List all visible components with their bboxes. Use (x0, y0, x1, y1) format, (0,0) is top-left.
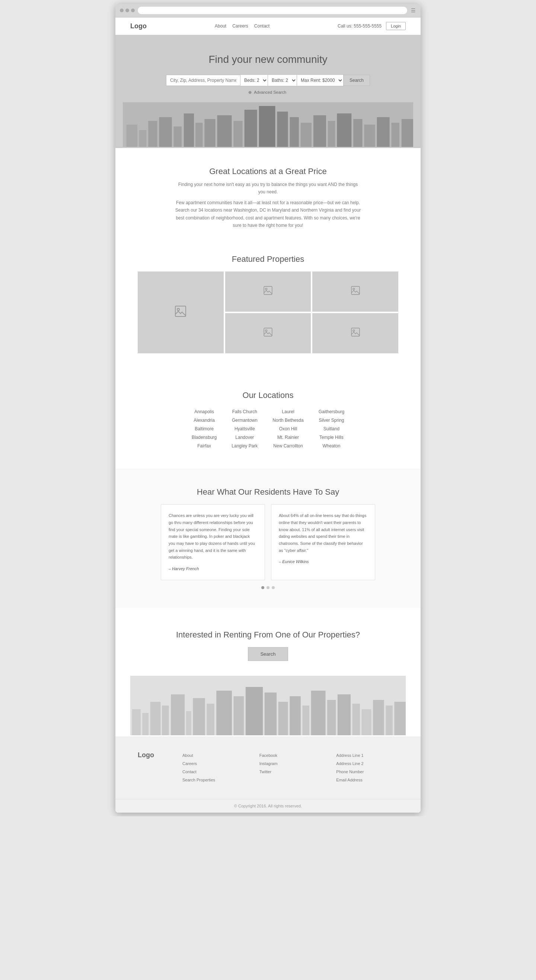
list-item[interactable]: Laurel (273, 407, 303, 416)
advanced-search-label: Advanced Search (254, 90, 286, 94)
list-item[interactable]: Fairfax (192, 442, 217, 450)
address-bar[interactable] (138, 7, 407, 14)
list-item[interactable]: North Bethesda (273, 416, 303, 425)
list-item[interactable]: Annapolis (192, 407, 217, 416)
svg-rect-46 (265, 692, 276, 735)
svg-rect-23 (402, 119, 413, 147)
featured-property-small-1[interactable] (225, 272, 311, 312)
copyright-text: © Copyright 2016. All rights reserved. (234, 804, 302, 808)
location-input[interactable] (166, 75, 241, 86)
max-rent-select[interactable]: Max Rent: $2000 (297, 75, 343, 86)
nav-contact[interactable]: Contact (254, 24, 270, 29)
nav-careers[interactable]: Careers (232, 24, 248, 29)
hero-title: Find your new community (123, 54, 413, 65)
svg-rect-3 (148, 121, 157, 147)
hero-search-button[interactable]: Search (343, 75, 370, 86)
svg-rect-22 (392, 123, 399, 147)
browser-menu-icon[interactable]: ☰ (410, 8, 416, 13)
advanced-search-icon: ⊕ (248, 90, 252, 94)
svg-rect-2 (139, 130, 147, 147)
svg-point-31 (265, 330, 267, 332)
login-button[interactable]: Login (386, 22, 406, 30)
beds-select[interactable]: Beds: 2 (241, 75, 268, 86)
footer-link-search[interactable]: Search Properties (182, 776, 244, 784)
list-item[interactable]: Alexandria (192, 416, 217, 425)
nav-about[interactable]: About (215, 24, 226, 29)
svg-rect-16 (313, 115, 326, 147)
list-item[interactable]: Oxon Hill (273, 425, 303, 433)
list-item[interactable]: Gaithersburg (319, 407, 344, 416)
property-image-icon-2 (263, 285, 273, 298)
svg-rect-50 (311, 690, 326, 735)
footer-email: Email Address (336, 776, 398, 784)
featured-property-small-4[interactable] (312, 313, 398, 353)
list-item[interactable]: Falls Church (231, 407, 258, 416)
list-item[interactable]: Wheaton (319, 442, 344, 450)
svg-rect-52 (338, 694, 351, 735)
featured-property-large[interactable] (138, 272, 224, 353)
list-item[interactable]: Hyattsville (231, 425, 258, 433)
advanced-search-link[interactable]: ⊕ Advanced Search (123, 90, 413, 95)
list-item[interactable]: New Carrollton (273, 442, 303, 450)
property-image-icon-3 (350, 285, 361, 298)
footer-address-line2: Address Line 2 (336, 759, 398, 768)
svg-rect-32 (351, 328, 360, 336)
nav-brand: Logo (130, 22, 147, 30)
footer-brand: Logo (138, 751, 168, 759)
property-image-icon-1 (174, 305, 187, 321)
svg-rect-5 (174, 126, 182, 147)
cta-search-button[interactable]: Search (248, 647, 288, 661)
list-item[interactable]: Germantown (231, 416, 258, 425)
svg-rect-41 (193, 698, 205, 735)
list-item[interactable]: Baltimore (192, 425, 217, 433)
baths-select[interactable]: Baths: 2 (268, 75, 297, 86)
svg-rect-45 (246, 687, 263, 735)
footer-link-instagram[interactable]: Instagram (260, 759, 322, 768)
carousel-dot-1[interactable] (261, 586, 264, 589)
carousel-dot-2[interactable] (266, 586, 270, 589)
svg-rect-48 (290, 696, 301, 735)
list-item[interactable]: Bladensburg (192, 433, 217, 442)
list-item[interactable]: Temple Hills (319, 433, 344, 442)
list-item[interactable]: Landover (231, 433, 258, 442)
svg-rect-38 (162, 706, 169, 735)
svg-rect-24 (175, 306, 186, 317)
svg-rect-26 (264, 286, 272, 294)
testimonial-text-2: About 64% of all on-line teens say that … (279, 512, 367, 554)
list-item[interactable]: Silver Spring (319, 416, 344, 425)
search-bar: Beds: 2 Baths: 2 Max Rent: $2000 Search (123, 75, 413, 86)
browser-dot-red (120, 8, 124, 12)
svg-rect-14 (290, 117, 299, 147)
footer-col-address: Address Line 1 Address Line 2 Phone Numb… (336, 751, 398, 784)
footer-bottom: © Copyright 2016. All rights reserved. (115, 799, 421, 813)
browser-chrome: ☰ (115, 4, 421, 18)
footer-link-about[interactable]: About (182, 751, 244, 759)
svg-point-27 (265, 288, 267, 290)
navbar: Logo About Careers Contact Call us: 555-… (115, 18, 421, 35)
cta-section: Interested in Renting From One of Our Pr… (115, 608, 421, 737)
svg-rect-19 (353, 119, 362, 147)
testimonial-author-1: – Harvey French (169, 565, 257, 573)
list-item[interactable]: Suitland (319, 425, 344, 433)
great-locations-section: Great Locations at a Great Price Finding… (115, 148, 421, 251)
footer: Logo About Careers Contact Search Proper… (115, 737, 421, 813)
cta-title: Interested in Renting From One of Our Pr… (130, 630, 406, 640)
footer-link-contact[interactable]: Contact (182, 768, 244, 776)
svg-rect-55 (373, 700, 384, 735)
footer-link-facebook[interactable]: Facebook (260, 751, 322, 759)
great-locations-body: Few apartment communities have it all—at… (175, 199, 361, 229)
footer-link-twitter[interactable]: Twitter (260, 768, 322, 776)
svg-point-29 (353, 288, 355, 290)
footer-link-careers[interactable]: Careers (182, 759, 244, 768)
locations-title: Our Locations (138, 390, 398, 400)
list-item[interactable]: Langley Park (231, 442, 258, 450)
svg-rect-54 (362, 709, 372, 735)
property-image-icon-5 (350, 327, 361, 340)
svg-rect-21 (377, 117, 390, 147)
svg-rect-7 (195, 123, 203, 147)
featured-property-small-3[interactable] (225, 313, 311, 353)
list-item[interactable]: Mt. Rainier (273, 433, 303, 442)
footer-col-links: About Careers Contact Search Properties (182, 751, 244, 784)
featured-property-small-2[interactable] (312, 272, 398, 312)
carousel-dot-3[interactable] (272, 586, 275, 589)
